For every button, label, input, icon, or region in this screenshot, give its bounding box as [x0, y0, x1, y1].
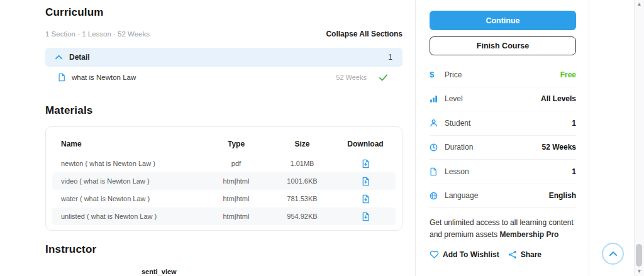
meta-label: Price: [445, 70, 462, 79]
student-count-value: 1: [572, 119, 576, 128]
course-sidebar: Continue Finish Course $ Price Free Leve…: [415, 0, 589, 276]
person-icon: [430, 119, 442, 127]
lesson-title: what is Newton Law: [72, 74, 136, 81]
scroll-to-top-button[interactable]: [602, 243, 624, 265]
document-icon: [58, 73, 65, 82]
vertical-scrollbar[interactable]: ▲ ▼: [634, 0, 644, 276]
materials-table-body: newton ( what is Newton Law ) pdf 1.01MB…: [46, 155, 402, 225]
chevron-up-icon: [609, 251, 617, 257]
instructor-name[interactable]: senti_view: [142, 268, 402, 275]
material-size: 954.92KB: [269, 213, 335, 220]
materials-heading: Materials: [45, 104, 402, 117]
meta-row-student: Student 1: [430, 111, 576, 136]
globe-icon: [430, 192, 442, 200]
download-icon[interactable]: [362, 212, 370, 221]
membership-promo-text: Get unlimited access to all learning con…: [430, 217, 576, 241]
material-size: 1001.6KB: [269, 177, 335, 185]
clock-icon: [430, 143, 442, 152]
course-page: Curriculum 1 Section · 1 Lesson · 52 Wee…: [0, 0, 644, 276]
scrollbar-down-arrow[interactable]: ▼: [635, 268, 644, 275]
duration-value: 52 Weeks: [542, 143, 577, 152]
material-size: 1.01MB: [269, 160, 335, 167]
price-value: Free: [560, 70, 576, 79]
lesson-count-value: 1: [572, 167, 576, 176]
table-row: video ( what is Newton Law ) htm|html 10…: [52, 172, 396, 190]
check-icon: [379, 74, 387, 81]
column-header-download: Download: [335, 140, 396, 148]
bar-chart-icon: [430, 95, 442, 103]
column-header-type: Type: [203, 140, 269, 148]
curriculum-summary-row: 1 Section · 1 Lesson · 52 Weeks Collapse…: [45, 30, 402, 38]
material-type: htm|html: [203, 195, 269, 202]
chevron-up-icon: [55, 55, 62, 60]
column-header-size: Size: [269, 140, 335, 148]
scrollbar-up-arrow[interactable]: ▲: [635, 1, 644, 8]
section-name: Detail: [69, 53, 90, 62]
material-name: video ( what is Newton Law ): [52, 177, 203, 185]
table-row: water ( what is Newton Law ) htm|html 78…: [52, 190, 396, 207]
share-icon: [508, 250, 517, 259]
lesson-row[interactable]: what is Newton Law 52 Weeks: [45, 67, 402, 88]
curriculum-summary: 1 Section · 1 Lesson · 52 Weeks: [45, 30, 150, 38]
continue-button[interactable]: Continue: [430, 11, 576, 30]
section-row-detail[interactable]: Detail 1: [45, 48, 402, 67]
meta-row-price: $ Price Free: [430, 63, 576, 87]
wishlist-label: Add To Wishlist: [443, 250, 499, 259]
lesson-duration: 52 Weeks: [336, 74, 367, 81]
download-icon[interactable]: [362, 177, 370, 186]
sidebar-actions: Add To Wishlist Share: [430, 250, 576, 259]
share-button[interactable]: Share: [508, 250, 541, 259]
language-value: English: [549, 191, 576, 200]
course-meta-list: $ Price Free Level All Levels Student 1: [430, 63, 576, 208]
meta-label: Duration: [445, 143, 473, 152]
heart-icon: [430, 250, 439, 258]
promo-highlight: Membership Pro: [499, 230, 558, 239]
material-type: htm|html: [203, 213, 269, 220]
instructor-heading: Instructor: [45, 243, 402, 256]
meta-label: Level: [445, 94, 463, 103]
material-type: htm|html: [203, 177, 269, 185]
material-name: unlisted ( what is Newton Law ): [52, 213, 203, 220]
material-type: pdf: [203, 160, 269, 167]
table-row: unlisted ( what is Newton Law ) htm|html…: [52, 207, 396, 225]
meta-row-language: Language English: [430, 184, 576, 209]
materials-table: Name Type Size Download newton ( what is…: [45, 126, 402, 231]
document-icon: [430, 167, 442, 176]
collapse-all-sections-button[interactable]: Collapse All Sections: [326, 30, 402, 38]
curriculum-heading: Curriculum: [45, 6, 402, 19]
download-icon[interactable]: [362, 194, 370, 204]
column-header-name: Name: [52, 140, 203, 148]
meta-label: Language: [445, 191, 478, 200]
level-value: All Levels: [541, 94, 576, 103]
meta-label: Lesson: [445, 167, 469, 176]
material-size: 781.53KB: [269, 195, 335, 202]
add-to-wishlist-button[interactable]: Add To Wishlist: [430, 250, 499, 259]
material-name: water ( what is Newton Law ): [52, 195, 203, 202]
meta-row-lesson: Lesson 1: [430, 160, 576, 184]
dollar-icon: $: [430, 70, 442, 79]
section-lesson-count: 1: [388, 53, 392, 62]
share-label: Share: [521, 250, 541, 259]
materials-table-header: Name Type Size Download: [52, 133, 396, 155]
meta-row-duration: Duration 52 Weeks: [430, 136, 576, 160]
table-row: newton ( what is Newton Law ) pdf 1.01MB: [52, 155, 396, 172]
scrollbar-thumb[interactable]: [636, 244, 642, 267]
material-name: newton ( what is Newton Law ): [52, 160, 203, 167]
main-content: Curriculum 1 Section · 1 Lesson · 52 Wee…: [45, 0, 402, 275]
download-icon[interactable]: [362, 159, 370, 168]
meta-row-level: Level All Levels: [430, 87, 576, 112]
finish-course-button[interactable]: Finish Course: [430, 36, 576, 55]
meta-label: Student: [445, 119, 470, 128]
